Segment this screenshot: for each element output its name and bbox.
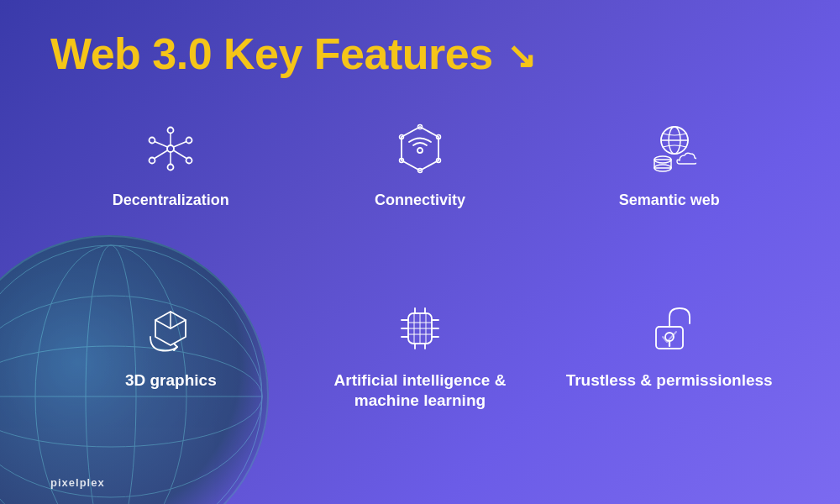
decentralization-label: Decentralization [113,191,229,210]
feature-trustless: Trustless & permissionless [549,295,790,479]
svg-line-18 [155,142,168,148]
svg-point-8 [186,138,192,144]
svg-marker-19 [402,127,438,171]
svg-line-14 [174,142,187,148]
svg-line-15 [174,150,187,159]
features-grid: Decentralization [50,115,790,479]
background: Web 3.0 Key Features ↘ [0,0,840,504]
feature-connectivity: Connectivity [300,115,541,277]
svg-rect-31 [654,160,671,168]
feature-ai-ml: Artificial intelligence & machine learni… [300,295,541,479]
svg-point-10 [168,165,174,171]
page-title: Web 3.0 Key Features [50,30,493,78]
decentralization-icon [137,115,204,182]
connectivity-icon [386,115,454,182]
feature-semantic-web: Semantic web [549,115,790,277]
feature-3d-graphics: 3D graphics [50,295,291,479]
semantic-web-label: Semantic web [619,191,720,210]
branding: pixelplex [50,476,105,489]
brand-prefix: pixel [50,476,80,489]
svg-point-6 [167,145,174,152]
svg-line-17 [155,150,168,159]
brand-suffix: plex [80,476,105,489]
arrow-icon: ↘ [507,39,536,74]
3d-graphics-icon [137,295,204,362]
svg-point-7 [168,128,174,134]
ai-ml-label: Artificial intelligence & machine learni… [300,370,541,412]
main-content: Web 3.0 Key Features ↘ [0,0,840,504]
svg-point-12 [150,138,155,144]
ai-icon [386,295,454,362]
3d-graphics-label: 3D graphics [125,370,217,391]
svg-line-35 [171,320,186,328]
connectivity-label: Connectivity [375,191,465,210]
title-row: Web 3.0 Key Features ↘ [50,30,790,78]
trustless-icon [636,295,703,362]
svg-line-36 [155,320,171,328]
semantic-web-icon [636,115,703,182]
svg-point-26 [417,148,423,153]
feature-decentralization: Decentralization [50,115,291,277]
trustless-label: Trustless & permissionless [566,370,773,391]
